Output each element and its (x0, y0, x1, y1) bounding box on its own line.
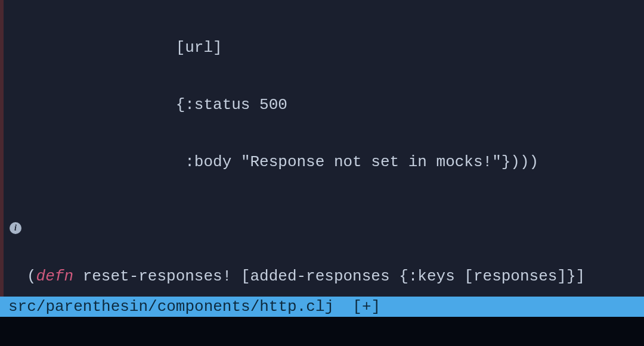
code-line: {:status 500 (27, 95, 644, 114)
code-text (73, 267, 83, 285)
gutter: i (0, 0, 27, 297)
editor-pane[interactable]: i [url] {:status 500 :body "Response not… (0, 0, 644, 297)
code-text: [added-responses {:keys [responses]}] (231, 267, 585, 285)
code-text: [url] (27, 39, 222, 57)
keyword-defn: defn (36, 267, 73, 285)
code-text: }))) (501, 153, 538, 171)
function-name: reset-responses! (83, 267, 232, 285)
code-text: 500 (259, 96, 287, 114)
code-text: :body (185, 153, 241, 171)
file-path: src/parenthesin/components/http.clj (8, 298, 334, 316)
code-line (27, 210, 644, 229)
code-area[interactable]: [url] {:status 500 :body "Response not s… (27, 0, 644, 297)
code-line: :body "Response not set in mocks!"}))) (27, 152, 644, 172)
modified-flag: [+] (334, 298, 380, 316)
code-line: (defn reset-responses! [added-responses … (27, 267, 644, 286)
code-text: "Response not set in mocks!" (241, 153, 501, 171)
info-icon[interactable]: i (10, 222, 21, 234)
code-text (27, 96, 176, 114)
code-line: [url] (27, 38, 644, 57)
code-text: {:status (176, 96, 259, 114)
status-line: src/parenthesin/components/http.clj [+] (0, 297, 644, 317)
command-line[interactable] (0, 317, 644, 346)
code-text: ( (27, 267, 36, 285)
code-text (27, 153, 185, 171)
